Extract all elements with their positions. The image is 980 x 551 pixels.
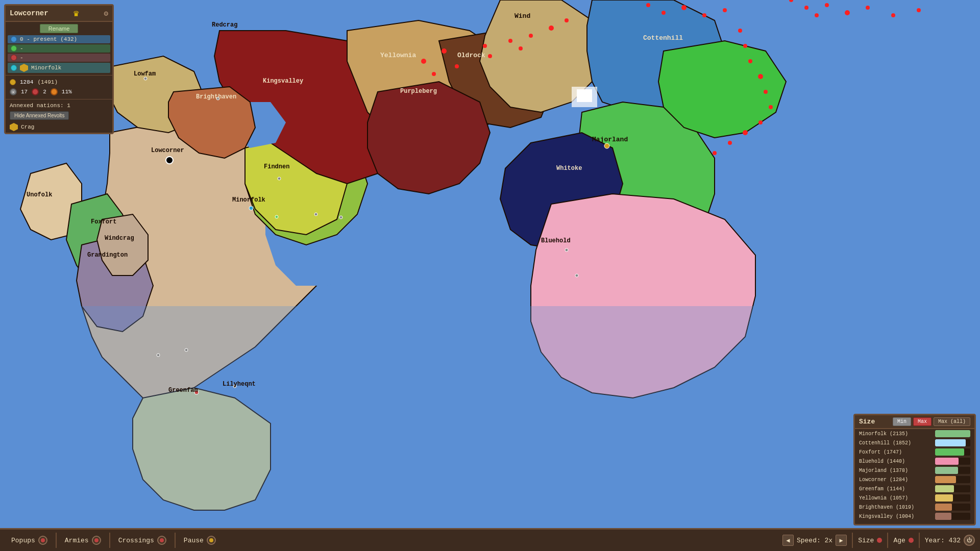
svg-text:Grandington: Grandington <box>87 252 128 259</box>
svg-text:Lowfam: Lowfam <box>134 70 156 78</box>
svg-point-67 <box>194 390 199 394</box>
settings-icon[interactable]: ⚙ <box>104 9 108 18</box>
svg-marker-22 <box>168 87 255 158</box>
svg-marker-12 <box>577 102 715 250</box>
svg-marker-19 <box>97 214 148 276</box>
pause-label: Pause <box>184 537 204 544</box>
crossings-label: Crossings <box>118 537 154 544</box>
pop-icon <box>10 79 16 85</box>
svg-marker-9 <box>368 82 490 194</box>
svg-point-63 <box>144 77 147 80</box>
pop-max: (1491) <box>37 79 58 85</box>
svg-point-62 <box>278 177 281 180</box>
size-min-button[interactable]: Min <box>893 417 911 426</box>
size-maxall-button[interactable]: Max (all) <box>934 417 970 426</box>
separator-1 <box>56 533 57 548</box>
size-bar-row: Kingsvalley (1004) <box>855 512 974 521</box>
red-label: - <box>20 55 23 61</box>
svg-text:Yellownia: Yellownia <box>380 52 416 59</box>
svg-point-57 <box>917 8 921 12</box>
growth-pct: 11% <box>62 89 72 95</box>
size-bar-fill <box>935 494 953 502</box>
pause-dot-inner <box>209 538 213 542</box>
power-button[interactable]: ⏻ <box>964 535 975 546</box>
pop-value: 1284 <box>20 79 33 85</box>
size-bar-container <box>935 504 970 511</box>
svg-marker-20 <box>225 102 286 148</box>
svg-point-31 <box>519 46 523 51</box>
size-bar-fill <box>935 476 956 483</box>
crossings-button[interactable]: Crossings <box>112 534 173 547</box>
size-panel-header: Size Min Max Max (all) <box>855 415 974 429</box>
svg-point-37 <box>681 5 687 10</box>
speed-label: Speed: 2x <box>797 537 832 544</box>
svg-text:Brighthaven: Brighthaven <box>196 93 236 101</box>
popups-button[interactable]: Popups <box>5 534 54 547</box>
size-bar-label: Yellownia (1057) <box>859 495 933 501</box>
size-bar-container <box>935 494 970 502</box>
svg-point-47 <box>743 130 748 135</box>
svg-marker-4 <box>245 112 368 245</box>
speed-prev-button[interactable]: ◀ <box>782 535 794 546</box>
svg-point-36 <box>662 11 666 15</box>
red-icon <box>11 55 17 61</box>
size-bar-label: Foxfort (1747) <box>859 449 933 455</box>
svg-marker-15 <box>531 194 755 398</box>
svg-point-33 <box>549 26 554 31</box>
size-bar-container <box>935 448 970 456</box>
svg-text:Findnen: Findnen <box>264 163 289 170</box>
svg-point-24 <box>421 59 426 64</box>
svg-text:Wind: Wind <box>514 12 530 20</box>
svg-point-50 <box>789 0 793 2</box>
svg-point-40 <box>738 29 742 33</box>
svg-point-51 <box>804 6 808 10</box>
year-label: Year: 432 <box>925 537 961 544</box>
size-bar-container <box>935 513 970 520</box>
size-bar-fill <box>935 467 958 474</box>
size-dot <box>877 538 882 543</box>
svg-point-28 <box>483 44 487 48</box>
size-bar-row: Minorfolk (2135) <box>855 429 974 438</box>
svg-marker-2 <box>133 388 271 510</box>
nation-title: Lowcorner <box>10 9 48 17</box>
revolt-icon <box>32 88 39 95</box>
size-bar-fill <box>935 504 952 511</box>
revolt-count: 2 <box>43 89 46 95</box>
svg-point-69 <box>275 215 278 218</box>
size-bar-container <box>935 430 970 437</box>
svg-text:Minorfolk: Minorfolk <box>232 196 265 204</box>
annexed-label: Annexed nations: 1 <box>6 102 112 110</box>
svg-point-34 <box>565 18 569 22</box>
svg-text:Oldrock: Oldrock <box>457 52 485 59</box>
svg-rect-23 <box>0 306 980 531</box>
vassal-name: Crag <box>21 124 34 130</box>
crossings-dot <box>157 536 166 545</box>
svg-point-41 <box>743 44 747 48</box>
svg-point-72 <box>157 354 160 357</box>
svg-marker-16 <box>20 163 82 240</box>
svg-point-74 <box>575 274 578 277</box>
rename-button[interactable]: Rename <box>40 24 79 33</box>
svg-point-52 <box>815 13 819 17</box>
svg-marker-1 <box>82 112 347 408</box>
pause-button[interactable]: Pause <box>178 534 222 547</box>
size-max-button[interactable]: Max <box>913 417 932 426</box>
svg-point-32 <box>529 34 533 38</box>
armies-button[interactable]: Armies <box>59 534 107 547</box>
size-bar-row: Lowcorner (1284) <box>855 475 974 484</box>
svg-point-39 <box>723 8 727 12</box>
size-bar-fill <box>935 485 954 492</box>
svg-point-35 <box>646 3 650 7</box>
speed-next-button[interactable]: ▶ <box>836 535 847 546</box>
sidebar-panel: Lowcorner ♛ ⚙ Rename 0 - present (432) -… <box>4 4 114 134</box>
crag-row: Crag <box>6 121 112 133</box>
size-bar-container <box>935 467 970 474</box>
size-bars-container: Minorfolk (2135)Cottenhill (1852)Foxfort… <box>855 429 974 521</box>
svg-marker-10 <box>480 0 602 112</box>
popups-dot <box>38 536 47 545</box>
map-container[interactable]: Redcrag Lowfam Kingsvalley Brighthaven Y… <box>0 0 980 551</box>
svg-marker-11 <box>587 0 725 112</box>
hide-revolts-button[interactable]: Hide Annexed Revolts <box>10 111 69 120</box>
army-count: 17 <box>21 89 28 95</box>
svg-point-46 <box>758 120 763 124</box>
